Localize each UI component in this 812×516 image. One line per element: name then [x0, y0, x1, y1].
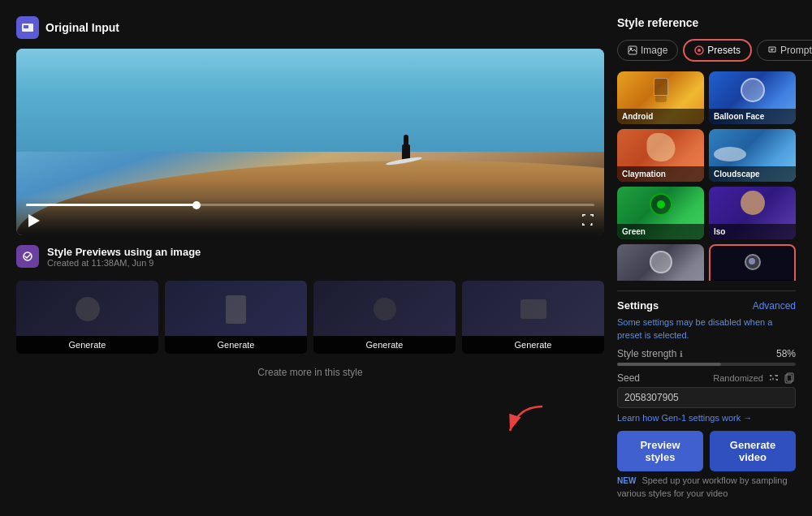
style-strength-row: Style strength ℹ 58%	[617, 348, 796, 359]
seed-label: Seed	[617, 372, 640, 384]
style-previews-grid: Generate Generate Generate	[16, 281, 604, 354]
fullscreen-button[interactable]	[581, 213, 594, 229]
copy-icon[interactable]	[784, 372, 796, 384]
preset-space[interactable]: Space	[709, 244, 796, 281]
preset-balloon[interactable]: Balloon Face	[709, 71, 796, 124]
settings-header: Settings Advanced	[617, 299, 796, 312]
preset-iso[interactable]: Iso	[709, 187, 796, 239]
create-more-link[interactable]: Create more in this style	[16, 367, 604, 378]
preset-claymation[interactable]: Claymation	[617, 129, 704, 182]
generate-video-button[interactable]: Generate video	[710, 431, 796, 471]
style-card-4-label: Generate	[462, 336, 604, 354]
style-strength-info-icon: ℹ	[680, 350, 683, 359]
project-title: Style Previews using an image	[47, 246, 201, 258]
style-strength-label-text: Style strength	[617, 348, 676, 359]
preset-metal[interactable]: Metal	[617, 244, 704, 281]
original-input-label: Original Input	[45, 21, 119, 34]
action-buttons: Preview styles Generate video	[617, 431, 796, 471]
style-strength-value: 58%	[776, 348, 796, 359]
tab-prompt-label: Prompt	[780, 45, 812, 56]
style-card-3[interactable]: Generate	[313, 281, 456, 354]
svg-rect-1	[24, 25, 28, 28]
project-info: Style Previews using an image Created at…	[16, 245, 604, 268]
style-card-1[interactable]: Generate	[16, 281, 158, 354]
tab-image-label: Image	[641, 45, 667, 56]
play-button[interactable]	[26, 213, 42, 229]
style-reference-title: Style reference	[617, 16, 796, 29]
progress-dot	[192, 201, 201, 209]
presets-grid: Android Balloon Face Claymation Cloudsca…	[617, 71, 796, 281]
tab-prompt[interactable]: Prompt	[757, 40, 812, 61]
preset-iso-label: Iso	[709, 224, 796, 239]
preset-cloudscape-label: Cloudscape	[709, 166, 796, 182]
tab-presets[interactable]: Presets	[683, 39, 752, 62]
style-strength-label: Style strength ℹ	[617, 348, 683, 359]
preset-balloon-label: Balloon Face	[709, 109, 796, 124]
workflow-note: NEW Speed up your workflow by sampling v…	[617, 475, 796, 500]
learn-link[interactable]: Learn how Gen-1 settings work →	[617, 413, 796, 423]
preset-green-label: Green	[617, 224, 704, 239]
preview-styles-button[interactable]: Preview styles	[617, 431, 703, 471]
slider-fill	[617, 363, 721, 366]
seed-randomized: Randomized	[713, 373, 763, 383]
style-reference-tabs: Image Presets Prompt	[617, 39, 796, 62]
style-card-4[interactable]: Generate	[462, 281, 604, 354]
preset-space-label: Space	[710, 280, 794, 281]
style-card-1-label: Generate	[16, 336, 158, 354]
style-card-2[interactable]: Generate	[165, 281, 307, 354]
settings-note: Some settings may be disabled when a pre…	[617, 316, 796, 342]
randomize-icon[interactable]	[768, 372, 780, 384]
tab-presets-label: Presets	[707, 45, 741, 56]
style-card-2-label: Generate	[165, 336, 307, 354]
progress-fill	[26, 204, 197, 206]
settings-title: Settings	[617, 299, 659, 312]
project-text: Style Previews using an image Created at…	[47, 246, 201, 268]
tab-image[interactable]: Image	[617, 40, 678, 61]
preset-green[interactable]: Green	[617, 187, 704, 239]
right-panel: Style reference Image Presets	[617, 16, 796, 500]
progress-bar[interactable]	[26, 204, 594, 206]
style-card-3-label: Generate	[313, 336, 456, 354]
new-badge: NEW	[617, 476, 636, 485]
seed-actions: Randomized	[713, 372, 796, 384]
play-icon	[28, 214, 40, 227]
original-input-header: Original Input	[16, 16, 604, 39]
seed-value[interactable]: 2058307905	[617, 387, 796, 408]
project-created: Created at 11:38AM, Jun 9	[47, 258, 201, 268]
preset-cloudscape[interactable]: Cloudscape	[709, 129, 796, 182]
style-strength-slider[interactable]	[617, 363, 796, 366]
workflow-note-text: Speed up your workflow by sampling vario…	[617, 475, 788, 497]
original-input-icon	[16, 16, 39, 39]
project-icon	[16, 245, 39, 268]
learn-link-text: Learn how Gen-1 settings work →	[617, 413, 752, 423]
preset-android-label: Android	[617, 109, 704, 124]
preset-android[interactable]: Android	[617, 71, 704, 124]
seed-row: Seed Randomized	[617, 372, 796, 384]
svg-point-6	[698, 49, 701, 52]
video-player[interactable]	[16, 49, 604, 235]
surfer-silhouette	[402, 135, 410, 161]
settings-section: Settings Advanced Some settings may be d…	[617, 290, 796, 500]
advanced-link[interactable]: Advanced	[753, 300, 796, 312]
video-controls[interactable]	[16, 197, 604, 235]
preset-claymation-label: Claymation	[617, 166, 704, 182]
left-panel: Original Input	[16, 16, 604, 500]
controls-row	[26, 213, 594, 229]
